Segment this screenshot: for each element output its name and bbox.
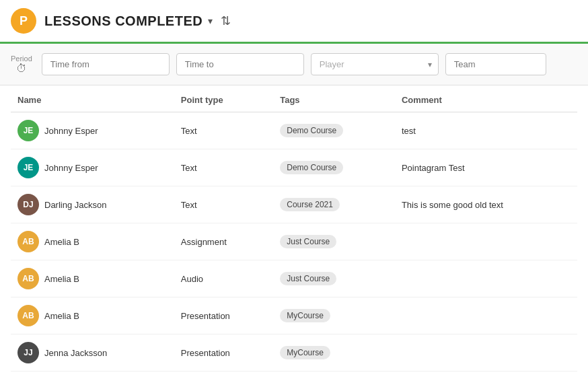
cell-name: ABAmelia B (11, 223, 174, 260)
col-header-point-type: Point type (174, 85, 273, 112)
cell-tags: MyCourse (273, 297, 395, 334)
cell-point-type: Assignment (174, 223, 273, 260)
col-header-tags: Tags (273, 85, 395, 112)
col-header-name: Name (11, 85, 174, 112)
player-name: Johnny Esper (44, 126, 98, 136)
time-from-input[interactable] (42, 53, 170, 75)
cell-tags: Demo Course (273, 149, 395, 186)
table-row: ABAmelia BAssignmentJust Course (11, 223, 577, 260)
player-name: Jenna Jacksson (44, 348, 107, 358)
filters-bar: Period ⏱ Player Player 1 Player 2 ▾ (0, 44, 588, 85)
player-name: Darling Jackson (44, 200, 107, 210)
cell-point-type: Presentation (174, 297, 273, 334)
cell-tags: Demo Course (273, 112, 395, 149)
tag-badge: MyCourse (280, 309, 330, 322)
cell-point-type: Text (174, 112, 273, 149)
player-name: Amelia B (44, 237, 79, 247)
cell-tags: Just Course (273, 260, 395, 297)
clock-icon: ⏱ (16, 63, 27, 75)
cell-point-type: Audio (174, 260, 273, 297)
tag-badge: Course 2021 (280, 198, 340, 211)
cell-name: JJJenna Jacksson (11, 334, 174, 372)
cell-tags: MyCourse (273, 334, 395, 372)
avatar: JE (17, 157, 39, 178)
cell-comment (395, 223, 577, 260)
player-select-wrapper: Player Player 1 Player 2 ▾ (311, 53, 439, 75)
app-logo: P (11, 8, 36, 34)
cell-name: ABAmelia B (11, 297, 174, 334)
period-label: Period ⏱ (11, 55, 32, 75)
avatar: DJ (17, 194, 39, 215)
player-select[interactable]: Player Player 1 Player 2 (311, 53, 439, 75)
avatar: AB (17, 305, 39, 326)
col-header-comment: Comment (395, 85, 577, 112)
filter-adjust-icon[interactable]: ⇅ (221, 13, 231, 28)
table-row: ABAmelia BAudioJust Course (11, 260, 577, 297)
lessons-table: Name Point type Tags Comment JEJohnny Es… (11, 85, 577, 372)
avatar: AB (17, 268, 39, 289)
cell-point-type: Text (174, 186, 273, 223)
tag-badge: Just Course (280, 235, 336, 248)
table-row: DJDarling JacksonTextCourse 2021This is … (11, 186, 577, 223)
avatar: JJ (17, 342, 39, 363)
cell-comment (395, 297, 577, 334)
player-name: Amelia B (44, 311, 79, 321)
table-row: JJJenna JackssonPresentationMyCourse (11, 334, 577, 372)
cell-comment: This is some good old text (395, 186, 577, 223)
page-title: LESSONS COMPLETED (44, 13, 203, 29)
cell-point-type: Text (174, 149, 273, 186)
player-name: Amelia B (44, 274, 79, 284)
avatar: AB (17, 231, 39, 252)
cell-tags: Just Course (273, 223, 395, 260)
table-header-row: Name Point type Tags Comment (11, 85, 577, 112)
time-to-input[interactable] (176, 53, 304, 75)
avatar: JE (17, 120, 39, 141)
cell-name: JEJohnny Esper (11, 149, 174, 186)
team-input[interactable] (445, 53, 546, 75)
tag-badge: Demo Course (280, 124, 343, 137)
title-chevron-icon[interactable]: ▾ (208, 15, 213, 26)
cell-comment: test (395, 112, 577, 149)
tag-badge: MyCourse (280, 346, 330, 359)
table-row: ABAmelia BPresentationMyCourse (11, 297, 577, 334)
table-row: JEJohnny EsperTextDemo Coursetest (11, 112, 577, 149)
cell-name: ABAmelia B (11, 260, 174, 297)
cell-tags: Course 2021 (273, 186, 395, 223)
table-row: JEJohnny EsperTextDemo CoursePointagram … (11, 149, 577, 186)
cell-name: JEJohnny Esper (11, 112, 174, 149)
tag-badge: Just Course (280, 272, 336, 285)
player-name: Johnny Esper (44, 163, 98, 173)
lessons-table-container: Name Point type Tags Comment JEJohnny Es… (0, 85, 588, 372)
cell-comment (395, 260, 577, 297)
app-header: P LESSONS COMPLETED ▾ ⇅ (0, 0, 588, 44)
tag-badge: Demo Course (280, 161, 343, 174)
cell-name: DJDarling Jackson (11, 186, 174, 223)
cell-comment (395, 334, 577, 372)
cell-point-type: Presentation (174, 334, 273, 372)
cell-comment: Pointagram Test (395, 149, 577, 186)
